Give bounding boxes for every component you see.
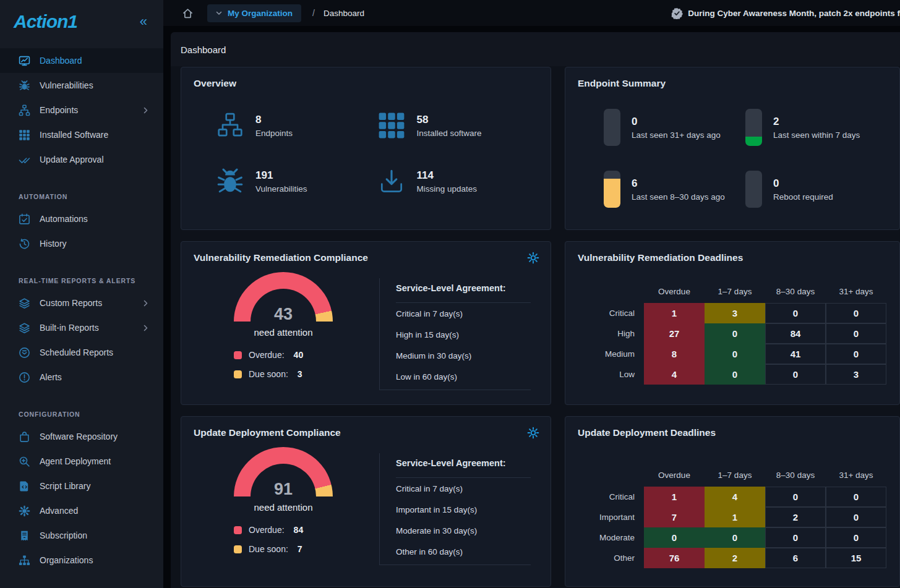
table-cell: 4 [644,364,705,385]
table-cell: 0 [826,303,886,323]
sidebar-item-subscription[interactable]: Subscription [0,523,163,548]
sla-panel: Service-Level Agreement: Critical in 7 d… [379,453,531,565]
sidebar-item-agent-deployment[interactable]: Agent Deployment [0,449,163,474]
sidebar-item-scheduled-reports[interactable]: Scheduled Reports [0,340,163,365]
table-cell: 2 [705,548,765,568]
sidebar-item-custom-reports[interactable]: Custom Reports [0,291,163,315]
sla-item: Low in 60 day(s) [396,366,531,387]
sidebar-item-update-approval[interactable]: Update Approval [0,147,163,172]
row-label: High [578,323,644,344]
sidebar-item-built-in-reports[interactable]: Built-in Reports [0,315,163,340]
sla-item: High in 15 day(s) [396,324,531,345]
column-header: 8–30 days [765,463,826,487]
deadlines-table: Overdue 1–7 days 8–30 days 31+ days Crit… [578,279,887,385]
sidebar-item-label: Agent Deployment [40,456,111,466]
sidebar-item-advanced[interactable]: Advanced [0,498,163,523]
table-cell: 76 [644,548,705,568]
bug-icon [19,80,30,92]
sidebar-item-software-repository[interactable]: Software Repository [0,424,163,449]
promo-banner[interactable]: During Cyber Awareness Month, patch 2x e… [671,7,900,19]
org-chart-icon [19,555,30,566]
sidebar-item-label: Built-in Reports [40,323,99,333]
table-cell: 0 [826,507,886,527]
column-header: Overdue [644,279,705,303]
sidebar-item-label: Script Library [40,481,90,491]
column-header: 31+ days [826,279,886,303]
chevron-right-icon [144,107,148,114]
sidebar-item-vulnerabilities[interactable]: Vulnerabilities [0,73,163,98]
table-cell: 3 [705,303,765,323]
card-title: Update Deployment Deadlines [578,427,887,438]
sidebar-item-automations[interactable]: Automations [0,207,163,231]
layers-icon [19,297,30,309]
bag-icon [19,431,30,443]
collapse-sidebar-icon[interactable]: « [140,15,151,28]
dashboard-icon [19,55,30,67]
compliance-gauge-block: 91 need attention Overdue:84 Due soon:7 [194,447,379,575]
sidebar-item-label: Subscription [40,530,87,540]
sidebar-item-alerts[interactable]: Alerts [0,365,163,390]
sla-panel: Service-Level Agreement: Critical in 7 d… [379,278,531,390]
vuln-compliance-card: Vulnerability Remediation Compliance 43 … [181,241,551,405]
stat-value: 8 [255,113,293,127]
stat-vulnerabilities: 191Vulnerabilities [216,167,377,195]
layers-icon [19,322,30,334]
badge-check-icon [671,7,683,19]
sidebar-item-dashboard[interactable]: Dashboard [0,48,163,73]
row-label: Critical [578,303,644,323]
table-cell: 0 [705,527,765,548]
legend-dot [234,370,242,378]
row-label: Critical [578,487,644,507]
row-label: Important [578,507,644,527]
table-cell: 15 [826,548,886,568]
sla-item: Medium in 30 day(s) [396,345,531,366]
sidebar-item-organizations[interactable]: Organizations [0,548,163,573]
sidebar-item-label: Automations [40,214,88,224]
card-title: Update Deployment Compliance [194,427,538,438]
card-title: Endpoint Summary [578,78,887,89]
sidebar-item-endpoints[interactable]: Endpoints [0,98,163,122]
table-cell: 0 [705,323,765,344]
sidebar-item-label: Custom Reports [40,298,102,308]
stat-value: 191 [255,169,307,182]
sidebar-item-script-library[interactable]: Script Library [0,474,163,498]
topbar: My Organization / Dashboard During Cyber… [163,0,900,26]
table-cell: 1 [644,303,705,323]
table-cell: 0 [765,527,826,548]
table-cell: 27 [644,323,705,344]
home-icon[interactable] [182,7,194,19]
sidebar-item-history[interactable]: History [0,231,163,256]
table-cell: 7 [644,507,705,527]
breadcrumb-page: Dashboard [324,9,364,18]
main-area: My Organization / Dashboard During Cyber… [163,0,900,588]
organization-selector[interactable]: My Organization [207,4,301,22]
stat-value: 58 [417,113,482,127]
stat-value: 6 [632,177,725,190]
dashboard-body: Overview 8Endpoints 58Installed software [171,66,900,588]
scheduled-reports-icon [19,347,30,359]
card-settings-gear-icon[interactable] [527,427,539,439]
status-bar [745,109,762,146]
legend-dot [234,526,242,534]
status-bar [604,109,620,146]
legend-dot [234,351,242,359]
update-deadlines-card: Update Deployment Deadlines Overdue 1–7 … [565,416,900,587]
sidebar-section-reports-alerts: REAL-TIME REPORTS & ALERTS [19,277,163,284]
table-cell: 0 [765,303,826,323]
card-settings-gear-icon[interactable] [527,252,539,264]
history-icon [19,238,30,250]
endpoint-summary-card: Endpoint Summary 0Last seen 31+ days ago… [565,67,900,230]
table-cell: 6 [765,548,826,568]
chevron-down-icon [216,11,222,16]
gauge-label: need attention [234,327,333,338]
table-cell: 2 [765,507,826,527]
stat-endpoints: 8Endpoints [216,111,377,140]
status-bar [745,171,762,208]
installed-software-icon [377,111,406,140]
stat-missing-updates: 114Missing updates [377,167,539,195]
table-cell: 0 [826,487,886,507]
table-cell: 0 [644,527,705,548]
sidebar-item-label: Installed Software [40,130,108,140]
stat-last-seen-31: 0Last seen 31+ days ago [604,109,745,146]
sidebar-item-installed-software[interactable]: Installed Software [0,122,163,147]
